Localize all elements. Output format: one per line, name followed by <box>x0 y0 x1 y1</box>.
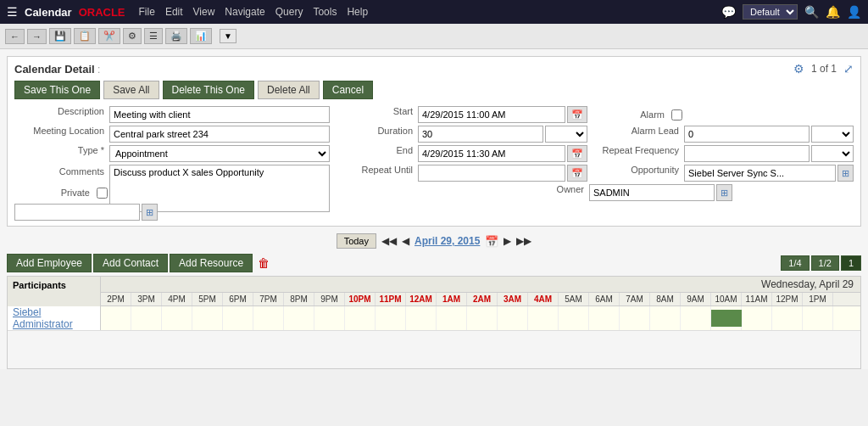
alarm-lead-input[interactable] <box>684 126 810 143</box>
cancel-button[interactable]: Cancel <box>323 81 373 99</box>
participants-column-header: Participants <box>8 277 101 306</box>
timeline-cell-21 <box>742 306 772 330</box>
nav-tools[interactable]: Tools <box>313 6 337 18</box>
panel-header-right: ⚙ 1 of 1 ⤢ <box>793 62 854 76</box>
end-input[interactable] <box>418 145 565 162</box>
nav-view[interactable]: View <box>193 6 215 18</box>
cut-button[interactable]: ✂️ <box>98 28 120 44</box>
nav-file[interactable]: File <box>139 6 155 18</box>
prev-arrow[interactable]: ◀ <box>402 235 409 247</box>
participant-row: Siebel Administrator <box>8 306 860 330</box>
time-slot-7am: 7AM <box>620 293 650 305</box>
forward-button[interactable]: → <box>27 29 47 44</box>
add-resource-button[interactable]: Add Resource <box>170 254 253 272</box>
time-slot-9pm: 9PM <box>314 293 345 305</box>
add-contact-button[interactable]: Add Contact <box>93 254 168 272</box>
time-slots-row: 2PM 3PM 4PM 5PM 6PM 7PM 8PM 9PM 10PM 11P… <box>101 293 860 306</box>
delete-all-button[interactable]: Delete All <box>258 81 320 99</box>
print-button[interactable]: 🖨️ <box>165 28 187 44</box>
chat-icon[interactable]: 💬 <box>721 5 736 19</box>
timeline-cell-17 <box>620 306 650 330</box>
opportunity-picklist-btn[interactable]: ⊞ <box>837 165 854 182</box>
toolbar-dropdown[interactable]: ▼ <box>220 29 236 43</box>
repeat-frequency-field <box>684 145 854 162</box>
search-icon[interactable]: 🔍 <box>804 5 819 19</box>
opportunity-label: Opportunity <box>589 165 682 175</box>
start-input[interactable] <box>418 106 565 123</box>
chart-button[interactable]: 📊 <box>190 28 212 44</box>
current-date[interactable]: April 29, 2015 <box>415 235 480 247</box>
page-info: 1 of 1 <box>811 63 837 75</box>
page-1-4-button[interactable]: 1/4 <box>781 255 809 271</box>
next-next-arrow[interactable]: ▶▶ <box>516 235 531 247</box>
user-icon[interactable]: 👤 <box>847 5 861 19</box>
alarm-checkbox[interactable] <box>671 109 682 121</box>
repeat-frequency-select[interactable] <box>811 145 854 162</box>
save-toolbar-button[interactable]: 💾 <box>49 28 71 44</box>
owner-field: ⊞ <box>589 184 682 201</box>
panel-gear-icon[interactable]: ⚙ <box>793 62 804 76</box>
add-buttons-bar: Add Employee Add Contact Add Resource 🗑 … <box>0 252 868 274</box>
page-1-2-button[interactable]: 1/2 <box>811 255 839 271</box>
copy-button[interactable]: 📋 <box>74 28 96 44</box>
nav-edit[interactable]: Edit <box>165 6 183 18</box>
duration-input[interactable] <box>418 126 543 143</box>
timeline-cell-2 <box>162 306 192 330</box>
next-arrow[interactable]: ▶ <box>504 235 511 247</box>
hamburger-menu-icon[interactable]: ☰ <box>7 5 18 19</box>
repeat-frequency-input[interactable] <box>684 145 810 162</box>
nav-menu: File Edit View Navigate Query Tools Help <box>139 6 721 18</box>
delete-row-button[interactable]: 🗑 <box>258 256 270 270</box>
panel-header: Calendar Detail : ⚙ 1 of 1 ⤢ <box>14 62 854 76</box>
time-slot-2am: 2AM <box>467 293 498 305</box>
description-label: Description <box>14 106 108 116</box>
alarm-lead-field <box>684 126 854 143</box>
alarm-lead-select[interactable] <box>811 126 854 143</box>
page-1-button[interactable]: 1 <box>841 255 861 271</box>
start-calendar-btn[interactable]: 📅 <box>567 106 587 123</box>
timeline-cell-19 <box>681 306 711 330</box>
owner-picklist-btn[interactable]: ⊞ <box>716 184 732 201</box>
list-button[interactable]: ☰ <box>144 28 163 44</box>
timeline-header: Wednesday, April 29 2PM 3PM 4PM 5PM 6PM … <box>101 277 860 306</box>
owner-input[interactable] <box>589 184 715 201</box>
participant-name-link[interactable]: Siebel Administrator <box>13 306 95 330</box>
notifications-icon[interactable]: 🔔 <box>826 5 840 19</box>
private-label: Private <box>61 188 93 198</box>
repeat-until-input[interactable] <box>418 165 565 182</box>
nav-navigate[interactable]: Navigate <box>225 6 264 18</box>
settings-button[interactable]: ⚙ <box>123 28 142 44</box>
meeting-location-input[interactable] <box>109 126 330 143</box>
timeline-cell-4 <box>223 306 253 330</box>
type-select[interactable]: Appointment <box>109 145 330 162</box>
description-input[interactable] <box>109 106 330 123</box>
nav-help[interactable]: Help <box>347 6 368 18</box>
delete-this-one-button[interactable]: Delete This One <box>163 81 255 99</box>
nav-query[interactable]: Query <box>275 6 303 18</box>
prev-prev-arrow[interactable]: ◀◀ <box>381 235 397 247</box>
panel-expand-icon[interactable]: ⤢ <box>843 62 854 76</box>
app-title: Calendar <box>25 6 72 19</box>
date-calendar-icon[interactable]: 📅 <box>485 235 498 248</box>
save-all-button[interactable]: Save All <box>103 81 159 99</box>
scroll-area <box>8 330 860 368</box>
timeline-cell-12 <box>467 306 498 330</box>
repeat-until-calendar-btn[interactable]: 📅 <box>567 165 587 182</box>
timeline-cell-15 <box>559 306 589 330</box>
duration-select[interactable] <box>545 126 587 143</box>
save-this-one-button[interactable]: Save This One <box>14 81 100 99</box>
symptom-input[interactable] <box>14 204 140 221</box>
today-button[interactable]: Today <box>337 233 376 249</box>
add-employee-button[interactable]: Add Employee <box>7 254 92 272</box>
private-checkbox[interactable] <box>97 188 108 199</box>
end-calendar-btn[interactable]: 📅 <box>567 145 587 162</box>
opportunity-input[interactable] <box>684 165 836 182</box>
calendar-detail-panel: Calendar Detail : ⚙ 1 of 1 ⤢ Save This O… <box>7 56 861 227</box>
timeline-cell-0 <box>101 306 131 330</box>
back-button[interactable]: ← <box>5 29 25 44</box>
profile-select[interactable]: Default <box>743 4 798 20</box>
time-slot-5am: 5AM <box>559 293 589 305</box>
symptom-picklist-btn[interactable]: ⊞ <box>142 204 158 221</box>
time-slot-4am: 4AM <box>528 293 559 305</box>
top-navigation: ☰ Calendar ORACLE File Edit View Navigat… <box>0 0 868 24</box>
